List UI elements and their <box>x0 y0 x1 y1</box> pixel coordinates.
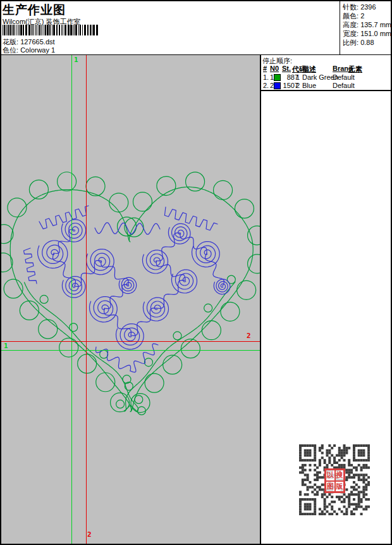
search-by-image-stamp: 以 搜 图 版 <box>324 468 345 493</box>
qr-code: 以 搜 图 版 <box>299 444 371 515</box>
embroidery-design <box>1 55 260 544</box>
start-label-top: 1 <box>74 56 78 63</box>
stamp-char: 图 <box>326 481 335 492</box>
end-label-right: 2 <box>247 332 251 339</box>
col-st: St. <box>282 65 291 72</box>
page-title: 生产作业图 <box>3 2 66 18</box>
pattern-label: 花版: <box>3 38 18 46</box>
pattern-value: 127665.dst <box>20 38 54 46</box>
stat-scale: 比例: 0.88 <box>343 38 391 47</box>
col-element: 元素 <box>348 65 362 74</box>
design-preview-area: 1 2 1 2 <box>1 55 260 544</box>
start-label-left: 1 <box>4 342 8 349</box>
stop-sequence-table: 停止顺序: # N0 St. 代码 描述 Brand 元素 1. 1 887 1… <box>261 55 391 91</box>
stamp-char: 以 <box>326 470 335 481</box>
colorway-line: 色位: Colorway 1 <box>3 46 55 55</box>
guide-line-green-vertical <box>71 55 72 544</box>
color-swatch <box>274 82 281 89</box>
guide-line-red-horizontal <box>1 341 260 342</box>
barcode <box>3 25 101 35</box>
col-desc: 描述 <box>302 65 316 74</box>
guide-line-green-horizontal <box>1 350 260 351</box>
colorway-value: Colorway 1 <box>20 46 55 54</box>
design-stats-box: 针数: 2396 颜色: 2 高度: 135.7 mm 宽度: 151.0 mm… <box>340 1 391 54</box>
stamp-char: 搜 <box>335 470 345 481</box>
stat-stitches: 针数: 2396 <box>343 3 391 11</box>
stat-height: 高度: 135.7 mm <box>343 20 391 29</box>
stat-width: 宽度: 151.0 mm <box>343 29 391 38</box>
production-worksheet: 生产作业图 Wilcom(汇京) 装饰工作室 花版: 127665.dst 色位… <box>0 0 392 545</box>
col-hash: # <box>263 65 267 72</box>
end-label-bottom: 2 <box>87 531 92 538</box>
color-swatch <box>274 74 281 81</box>
stat-colors: 颜色: 2 <box>343 11 391 20</box>
col-no: N0 <box>270 65 279 72</box>
guide-line-red-vertical <box>86 55 87 544</box>
stamp-char: 版 <box>335 481 345 492</box>
colorway-label: 色位: <box>3 46 18 54</box>
